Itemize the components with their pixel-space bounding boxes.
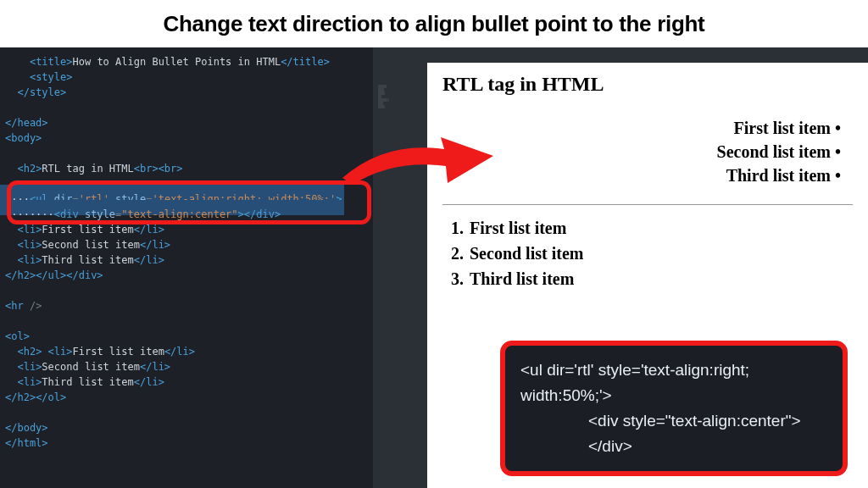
code-line: </head> bbox=[5, 115, 368, 130]
code-line: <style> bbox=[5, 69, 368, 85]
code-line: <body> bbox=[5, 130, 368, 146]
list-item: Third list item bbox=[636, 164, 841, 187]
code-line: <li>Third list item</li> bbox=[5, 374, 368, 390]
code-line: </body> bbox=[5, 420, 368, 435]
browser-preview: |||||||||| ||||||| |||||||| |||| |||||||… bbox=[373, 47, 868, 488]
code-line: <hr /> bbox=[5, 298, 368, 313]
code-callout: <ul dir='rtl' style='text-align:right; w… bbox=[500, 341, 848, 476]
code-line: <h2> <li>First list item</li> bbox=[5, 344, 368, 359]
code-line: <ol> bbox=[5, 329, 368, 344]
list-item-label: Second list item bbox=[470, 244, 583, 263]
list-item: 1.First list item bbox=[451, 215, 853, 241]
rtl-bullet-list: First list item Second list item Third l… bbox=[636, 116, 841, 187]
code-line: <h2>RTL tag in HTML<br><br> bbox=[5, 161, 368, 176]
list-item-label: First list item bbox=[470, 219, 566, 237]
list-item: 2.Second list item bbox=[451, 241, 853, 266]
list-item: 3.Third list item bbox=[451, 266, 853, 291]
rendered-document: RTL tag in HTML First list item Second l… bbox=[427, 63, 868, 488]
minimap: |||||||||| ||||||| |||||||| |||| |||||||… bbox=[378, 85, 420, 136]
split-pane: <title>How to Align Bullet Points in HTM… bbox=[0, 47, 868, 488]
list-item: First list item bbox=[636, 116, 841, 140]
code-line: <li>Third list item</li> bbox=[5, 252, 368, 268]
code-line: <title>How to Align Bullet Points in HTM… bbox=[5, 54, 368, 69]
page-title: Change text direction to align bullet po… bbox=[0, 0, 868, 47]
callout-line: <ul dir='rtl' style='text-align:right; w… bbox=[520, 358, 827, 408]
code-line: <li>Second list item</li> bbox=[5, 359, 368, 374]
ordered-list: 1.First list item 2.Second list item 3.T… bbox=[451, 215, 853, 291]
doc-heading: RTL tag in HTML bbox=[442, 73, 853, 96]
code-line: </html> bbox=[5, 435, 368, 451]
preview-topbar bbox=[373, 47, 868, 63]
code-line bbox=[5, 146, 368, 161]
code-line: </h2></ul></div> bbox=[5, 268, 368, 283]
code-line bbox=[5, 283, 368, 298]
code-editor[interactable]: <title>How to Align Bullet Points in HTM… bbox=[0, 47, 373, 488]
code-line: <li>Second list item</li> bbox=[5, 237, 368, 252]
code-line: ········<div style="text-align:center"><… bbox=[5, 207, 368, 222]
code-line bbox=[5, 100, 368, 115]
list-item: Second list item bbox=[636, 140, 841, 164]
code-line: </style> bbox=[5, 85, 368, 100]
list-item-label: Third list item bbox=[470, 269, 574, 288]
code-line: </h2></ol> bbox=[5, 390, 368, 405]
callout-line: <div style="text-align:center"></div> bbox=[520, 408, 827, 459]
title-text: Change text direction to align bullet po… bbox=[164, 11, 705, 37]
code-line bbox=[5, 405, 368, 420]
code-line: <li>First list item</li> bbox=[5, 222, 368, 237]
preview-dark-sidebar: |||||||||| ||||||| |||||||| |||| |||||||… bbox=[373, 63, 427, 488]
horizontal-rule bbox=[442, 204, 853, 205]
code-line bbox=[5, 313, 368, 329]
